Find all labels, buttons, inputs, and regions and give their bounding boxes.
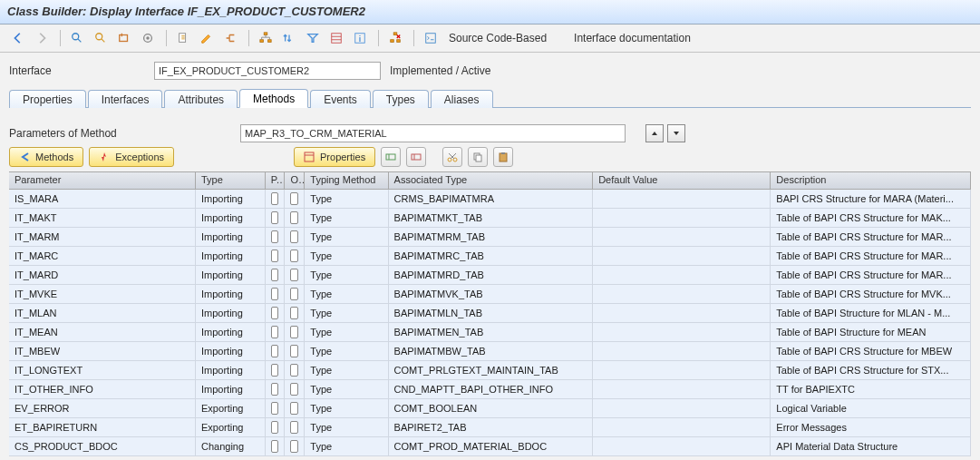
assoc-type-cell[interactable]: BAPIMATMVK_TAB <box>389 285 594 303</box>
default-cell[interactable] <box>593 342 771 360</box>
optional-checkbox[interactable] <box>285 209 305 227</box>
where-used-icon[interactable] <box>219 27 241 49</box>
optional-checkbox[interactable] <box>285 323 305 341</box>
param-cell[interactable]: EV_ERROR <box>9 399 196 417</box>
typing-method-cell[interactable]: Type <box>305 380 388 398</box>
default-cell[interactable] <box>593 323 771 341</box>
assoc-type-cell[interactable]: BAPIMATMRD_TAB <box>389 266 594 284</box>
pass-by-value-checkbox[interactable] <box>266 342 286 360</box>
pass-by-value-checkbox[interactable] <box>266 228 286 246</box>
pass-by-value-checkbox[interactable] <box>266 418 286 436</box>
default-cell[interactable] <box>593 285 771 303</box>
default-cell[interactable] <box>593 361 771 379</box>
tab-methods[interactable]: Methods <box>239 89 308 108</box>
table-row[interactable]: ET_BAPIRETURNExportingTypeBAPIRET2_TABEr… <box>9 418 971 437</box>
param-cell[interactable]: IT_OTHER_INFO <box>9 380 196 398</box>
assoc-type-cell[interactable]: COMT_BOOLEAN <box>389 399 594 417</box>
optional-checkbox[interactable] <box>285 380 305 398</box>
assoc-type-cell[interactable]: BAPIMATMKT_TAB <box>389 209 594 227</box>
copy-icon[interactable] <box>468 147 488 167</box>
optional-checkbox[interactable] <box>285 437 305 455</box>
assoc-type-cell[interactable]: COMT_PRLGTEXT_MAINTAIN_TAB <box>389 361 594 379</box>
type-cell[interactable]: Importing <box>196 266 266 284</box>
table-row[interactable]: CS_PRODUCT_BDOCChangingTypeCOMT_PROD_MAT… <box>9 437 971 456</box>
cut-icon[interactable] <box>442 147 462 167</box>
optional-checkbox[interactable] <box>285 190 305 208</box>
next-method-button[interactable] <box>667 124 685 142</box>
pass-by-value-checkbox[interactable] <box>266 190 286 208</box>
param-cell[interactable]: IT_MARD <box>9 266 196 284</box>
typing-method-cell[interactable]: Type <box>305 342 388 360</box>
typing-method-cell[interactable]: Type <box>305 399 388 417</box>
typing-method-cell[interactable]: Type <box>305 418 388 436</box>
type-cell[interactable]: Importing <box>196 342 266 360</box>
table-row[interactable]: IS_MARAImportingTypeCRMS_BAPIMATMRABAPI … <box>9 190 971 209</box>
back-icon[interactable] <box>7 27 29 49</box>
desc-cell[interactable]: Table of BAPI CRS Structure for MAR... <box>771 228 971 246</box>
desc-cell[interactable]: Table of BAPI Structure for MEAN <box>771 323 971 341</box>
pass-by-value-checkbox[interactable] <box>266 437 286 455</box>
table-row[interactable]: EV_ERRORExportingTypeCOMT_BOOLEANLogical… <box>9 399 971 418</box>
type-cell[interactable]: Exporting <box>196 399 266 417</box>
properties-button[interactable]: Properties <box>294 147 375 167</box>
column-header[interactable]: Parameter <box>9 172 196 189</box>
tab-aliases[interactable]: Aliases <box>431 90 493 108</box>
change-icon[interactable] <box>90 27 112 49</box>
pass-by-value-checkbox[interactable] <box>266 399 286 417</box>
typing-method-cell[interactable]: Type <box>305 247 388 265</box>
param-cell[interactable]: IT_MAKT <box>9 209 196 227</box>
tab-types[interactable]: Types <box>373 90 429 108</box>
desc-cell[interactable]: Table of BAPI Structure for MLAN - M... <box>771 304 971 322</box>
default-cell[interactable] <box>593 380 771 398</box>
desc-cell[interactable]: Table of BAPI CRS Structure for MAR... <box>771 266 971 284</box>
type-cell[interactable]: Importing <box>196 247 266 265</box>
pass-by-value-checkbox[interactable] <box>266 285 286 303</box>
optional-checkbox[interactable] <box>285 361 305 379</box>
pass-by-value-checkbox[interactable] <box>266 323 286 341</box>
optional-checkbox[interactable] <box>285 342 305 360</box>
assoc-type-cell[interactable]: BAPIMATMRC_TAB <box>389 247 594 265</box>
prev-method-button[interactable] <box>645 124 664 142</box>
assoc-type-cell[interactable]: CRMS_BAPIMATMRA <box>389 190 594 208</box>
method-name-input[interactable]: MAP_R3_TO_CRM_MATERIAL <box>240 124 626 142</box>
optional-checkbox[interactable] <box>285 399 305 417</box>
param-cell[interactable]: IT_LONGTEXT <box>9 361 196 379</box>
desc-cell[interactable]: Table of BAPI CRS Structure for MAR... <box>771 247 971 265</box>
pass-by-value-checkbox[interactable] <box>266 361 286 379</box>
type-cell[interactable]: Importing <box>196 323 266 341</box>
exceptions-button[interactable]: Exceptions <box>89 147 174 167</box>
param-cell[interactable]: IT_MBEW <box>9 342 196 360</box>
typing-method-cell[interactable]: Type <box>305 266 388 284</box>
type-cell[interactable]: Importing <box>196 361 266 379</box>
desc-cell[interactable]: Table of BAPI CRS Structure for MVK... <box>771 285 971 303</box>
desc-cell[interactable]: Table of BAPI CRS Structure for MAK... <box>771 209 971 227</box>
column-header[interactable]: Associated Type <box>389 172 594 189</box>
tree-icon[interactable] <box>255 27 277 49</box>
paste-icon[interactable] <box>493 147 513 167</box>
typing-method-cell[interactable]: Type <box>305 361 388 379</box>
default-cell[interactable] <box>593 437 771 455</box>
column-header[interactable]: Default Value <box>593 172 771 189</box>
assoc-type-cell[interactable]: COMT_PROD_MATERIAL_BDOC <box>389 437 594 455</box>
tab-events[interactable]: Events <box>310 90 371 108</box>
sort-icon[interactable] <box>278 27 300 49</box>
desc-cell[interactable]: BAPI CRS Structure for MARA (Materi... <box>771 190 971 208</box>
assoc-type-cell[interactable]: BAPIMATMEN_TAB <box>389 323 594 341</box>
display-icon[interactable] <box>66 27 88 49</box>
type-cell[interactable]: Changing <box>196 437 266 455</box>
desc-cell[interactable]: API Material Data Structure <box>771 437 971 455</box>
param-cell[interactable]: IT_MEAN <box>9 323 196 341</box>
param-cell[interactable]: IT_MLAN <box>9 304 196 322</box>
desc-cell[interactable]: Table of BAPI CRS Structure for STX... <box>771 361 971 379</box>
default-cell[interactable] <box>593 304 771 322</box>
type-cell[interactable]: Importing <box>196 190 266 208</box>
insert-row-icon[interactable] <box>381 147 401 167</box>
pass-by-value-checkbox[interactable] <box>266 209 286 227</box>
param-cell[interactable]: IT_MARM <box>9 228 196 246</box>
default-cell[interactable] <box>593 209 771 227</box>
optional-checkbox[interactable] <box>285 266 305 284</box>
methods-button[interactable]: Methods <box>9 147 83 167</box>
delete-icon[interactable] <box>384 27 406 49</box>
optional-checkbox[interactable] <box>285 285 305 303</box>
interface-input[interactable]: IF_EX_PRODUCT_CUSTOMER2 <box>154 62 381 80</box>
